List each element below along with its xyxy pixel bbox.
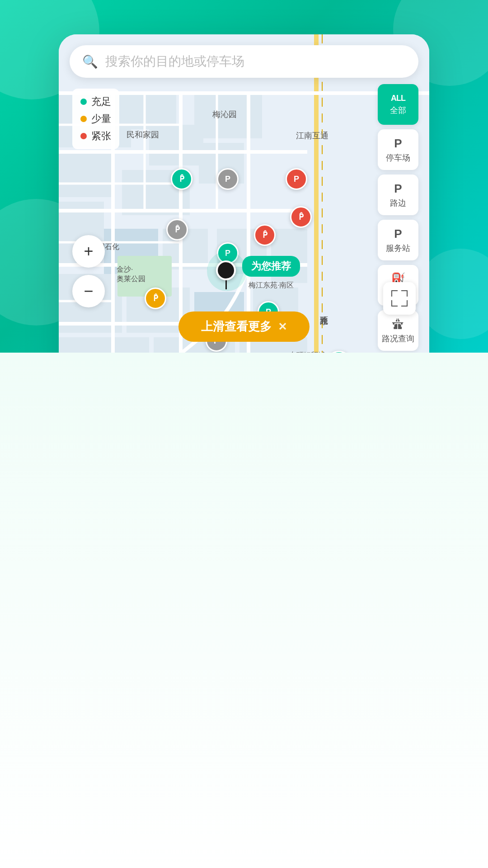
map-label-jiananhuton: 江南互通 (296, 130, 328, 141)
close-icon: ✕ (278, 321, 287, 333)
legend-label-sufficient: 充足 (91, 95, 111, 108)
app-mockup: 民和家园 梅沁园 江南互通 中国石化 金沙·奥莱公园 江南苑 梅江东苑·南区 东… (59, 34, 429, 353)
parking-marker-7[interactable]: P̂ (290, 206, 312, 228)
zoom-in-button[interactable]: + (72, 235, 105, 268)
svg-rect-37 (391, 290, 398, 291)
search-icon: 🔍 (82, 54, 98, 69)
parking-marker-2[interactable]: P (217, 168, 239, 190)
svg-rect-39 (401, 290, 408, 291)
background-spacer (0, 353, 488, 868)
svg-rect-2 (59, 152, 113, 197)
pin-tail (225, 280, 227, 289)
pm1-icon: P̂ (179, 174, 184, 184)
scan-icon (390, 289, 408, 307)
filter-service-icon: P (394, 227, 402, 241)
map-legend: 充足 少量 紧张 (72, 89, 119, 149)
zoom-controls: + − (72, 235, 105, 315)
legend-item-few: 少量 (80, 112, 111, 126)
filter-roadside-label: 路边 (390, 198, 406, 208)
svg-rect-44 (407, 300, 408, 307)
zoom-out-button[interactable]: − (72, 275, 105, 307)
legend-item-sufficient: 充足 (80, 95, 111, 108)
filter-roadside-icon: P (394, 182, 402, 196)
filter-parking-icon: P (394, 137, 402, 151)
filter-service-label: 服务站 (386, 243, 410, 254)
parking-marker-8[interactable]: P̂ (145, 288, 166, 309)
pm3-icon: P (294, 175, 299, 184)
location-pin (216, 260, 236, 289)
svg-rect-43 (401, 306, 408, 307)
filter-traffic-label: 路况查询 (382, 333, 414, 344)
map-label-meijian: 梅江东苑·南区 (249, 281, 294, 290)
map-svg (59, 34, 429, 353)
pm7-icon: P̂ (299, 212, 304, 222)
filter-roadside[interactable]: P 路边 (378, 175, 418, 215)
map-label-donghuangang: 东环钢贸城 (289, 351, 325, 353)
pm8-icon: P̂ (153, 293, 158, 303)
legend-dot-green (80, 99, 87, 105)
map-container[interactable]: 民和家园 梅沁园 江南互通 中国石化 金沙·奥莱公园 江南苑 梅江东苑·南区 东… (59, 34, 429, 353)
filter-traffic-icon: 🛣 (392, 317, 404, 331)
parking-marker-6[interactable]: P̂ (254, 224, 276, 246)
search-bar[interactable]: 🔍 搜索你的目的地或停车场 (70, 45, 418, 78)
legend-dot-red (80, 133, 87, 139)
filter-all-label: 全部 (390, 105, 406, 116)
pm4-icon: P̂ (175, 225, 180, 235)
legend-item-tight: 紧张 (80, 129, 111, 143)
filter-traffic[interactable]: 🛣 路况查询 (378, 310, 418, 351)
filter-service-station[interactable]: P 服务站 (378, 220, 418, 260)
filter-all-icon: ALL (391, 94, 405, 103)
map-label-jinsha: 金沙·奥莱公园 (117, 265, 145, 284)
map-label-meiqinyuan: 梅沁园 (212, 109, 237, 120)
legend-label-few: 少量 (91, 112, 111, 126)
search-placeholder-text: 搜索你的目的地或停车场 (105, 53, 244, 70)
filter-all[interactable]: ALL 全部 (378, 84, 418, 125)
filter-parking-label: 停车场 (386, 152, 410, 163)
pm6-icon: P̂ (263, 230, 267, 240)
svg-rect-40 (407, 290, 408, 297)
recommend-label: 为您推荐 (242, 256, 300, 277)
filter-parking-lot[interactable]: P 停车场 (378, 129, 418, 170)
legend-label-tight: 紧张 (91, 129, 111, 143)
svg-rect-41 (391, 306, 398, 307)
parking-marker-4[interactable]: P̂ (166, 219, 188, 241)
scan-button[interactable] (383, 282, 416, 315)
pm2-icon: P (225, 175, 230, 184)
scroll-more-label: 上滑查看更多 (201, 319, 272, 335)
svg-rect-38 (391, 290, 392, 297)
parking-marker-3[interactable]: P (286, 168, 307, 190)
pin-head (216, 260, 236, 280)
scroll-more-button[interactable]: 上滑查看更多 ✕ (178, 311, 310, 342)
parking-marker-1[interactable]: P̂ (171, 168, 192, 190)
map-label-minhejiyuan: 民和家园 (127, 129, 159, 140)
legend-dot-orange (80, 116, 87, 122)
hero-section: 泊位推荐 一目了然 智能推荐就近停车场 (0, 0, 488, 353)
svg-rect-42 (391, 300, 392, 307)
svg-rect-17 (59, 337, 149, 353)
